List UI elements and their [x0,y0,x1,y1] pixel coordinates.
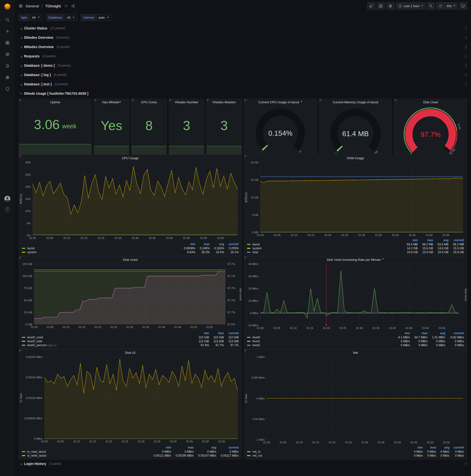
legend-col-max[interactable]: max [172,446,194,450]
legend-col-min[interactable]: min [393,331,410,335]
panel-info-icon[interactable]: i [244,155,248,159]
legend-col-min[interactable]: min [149,446,171,450]
cycle-view-button[interactable] [459,2,467,10]
legend-col-current[interactable]: current [450,446,464,450]
legend-col-max[interactable]: max [209,331,224,335]
series-name[interactable]: level2 [252,343,260,347]
panel-info-icon[interactable]: i [19,155,23,159]
series-name[interactable]: taosd [252,243,260,246]
panel-info-icon[interactable]: i [206,99,210,103]
alerting-bell-icon[interactable] [5,63,10,68]
legend-col-current[interactable]: current [449,238,464,242]
configuration-gear-icon[interactable] [5,75,10,80]
panel-title[interactable]: Has MNode? [94,99,129,104]
refresh-interval-picker[interactable]: 30s [444,2,457,10]
drag-handle-icon[interactable] [465,73,467,77]
series-name[interactable]: io_write_taosd [27,454,46,457]
zoom-out-button[interactable] [427,2,435,10]
panel-info-icon[interactable]: i [19,99,23,103]
dashboards-icon[interactable] [5,40,10,45]
cpu-chart[interactable]: 30%25%20%15%10%5%0%01:0001:0501:1001:150… [19,160,242,242]
legend-col-avg[interactable]: avg [194,446,217,450]
legend-col-current[interactable]: current [446,331,464,335]
dashboard-row-cluster-status[interactable]: ›Cluster Status(21 panels) [19,24,467,32]
series-name[interactable]: system [27,251,36,254]
panel-info-icon[interactable]: i [394,99,398,103]
dashboard-row-database-log[interactable]: ›Database: [ log ](5 panels) [19,71,467,79]
dashboard-row-dnodes-overview[interactable]: ›DNodes Overview(4 panels) [19,33,467,42]
panel-title[interactable]: Uptime [19,99,91,104]
panel-title[interactable]: CPU Cores [132,99,167,104]
panel-info-icon[interactable]: i [244,349,248,353]
add-panel-button[interactable] [367,2,375,10]
legend-col-min[interactable]: min [410,446,423,450]
disk_used-chart[interactable]: 125 GiB97.7%100 GiB97.7%75 GiB97.7%50 Gi… [19,262,242,331]
dashboard-settings-button[interactable] [386,2,394,10]
drag-handle-icon[interactable] [465,83,467,86]
series-name[interactable]: level0 [252,336,260,339]
help-icon[interactable]: ? [5,207,10,212]
legend-col-max[interactable]: max [423,446,437,450]
disk_rate-chart[interactable]: 40 MB/s30 MB/s20 MB/s10 MB/s0 MB/s-10 MB… [244,262,467,331]
panel-info-icon[interactable]: i [169,99,173,103]
legend-col-max[interactable]: max [196,242,210,246]
dashboard-row-database-demo[interactable]: ›Database: [ demo ](5 panels) [19,61,467,70]
panel-info-icon[interactable]: i [132,99,135,103]
variable-value-dropdown[interactable]: All [64,14,77,21]
panel-title[interactable]: Current CPU Usage of taosd [244,99,317,104]
dashboard-row-login-history[interactable]: › Login History (1 panel) [19,459,467,468]
panel-title[interactable]: VNodes Number [169,99,204,104]
legend-col-avg[interactable]: avg [434,238,449,242]
series-name[interactable]: level0_total [27,340,42,343]
save-dashboard-button[interactable] [377,2,385,10]
dashboard-row-requests[interactable]: ›Requests(4 panels) [19,52,467,60]
drag-handle-icon[interactable] [465,462,467,466]
variable-value-dropdown[interactable]: auto [96,14,111,21]
series-name[interactable]: io_read_taosd [27,450,46,453]
drag-handle-icon[interactable] [465,27,467,30]
panel-title[interactable]: Current Memory Usage of taosd [319,99,392,104]
panel-info-icon[interactable]: i [19,349,23,353]
panel-info-icon[interactable]: i [244,256,248,260]
dashboard-row-mnodes-overview[interactable]: ›MNodes Overview(2 panels) [19,43,467,51]
legend-col-avg[interactable]: avg [210,242,225,246]
breadcrumb-page[interactable]: TDinsight [45,4,61,8]
legend-col-current[interactable]: current [224,331,239,335]
legend-col-avg[interactable]: avg [437,446,450,450]
legend-col-min[interactable]: min [403,238,418,242]
panel-info-icon[interactable]: i [94,99,98,103]
drag-handle-icon[interactable] [465,36,467,39]
series-name[interactable]: level0_used [27,336,43,339]
avatar[interactable] [4,196,10,202]
series-name[interactable]: net_in [252,450,261,453]
drag-handle-icon[interactable] [465,45,467,49]
series-name[interactable]: system [252,247,262,250]
legend-col-max[interactable]: max [410,331,428,335]
panel-title[interactable]: Disk IO [19,349,242,355]
legend-col-min[interactable]: min [180,242,196,246]
panel-title[interactable]: Net [244,349,467,355]
legend-col-min[interactable]: min [195,331,209,335]
panel-title[interactable]: Disk Used [19,256,242,262]
time-range-picker[interactable]: Last 1 hour [396,2,425,10]
drag-handle-icon[interactable] [465,54,467,58]
series-name[interactable]: total [252,251,258,254]
series-name[interactable]: taosd [27,247,34,250]
breadcrumb-section[interactable]: General [26,4,39,8]
dashboard-row-dnode-usage[interactable]: › DNode Usage [ huolinhe-TM1701:6030 ] [19,89,467,98]
dashboard-grid-icon[interactable] [18,3,23,8]
explore-compass-icon[interactable] [5,52,10,57]
panel-info-icon[interactable]: i [244,99,248,103]
disk_io-chart[interactable]: 0.00200 MB/s0.00150 MB/s0.00100 MB/s0.00… [19,355,242,446]
legend-col-avg[interactable]: avg [428,331,446,335]
series-name[interactable]: level1 [252,340,260,343]
server-admin-shield-icon[interactable] [5,86,10,91]
panel-title[interactable]: Disk Used Increasing Rate per Minute [244,256,467,262]
panel-info-icon[interactable]: i [319,99,323,103]
dashboard-row-database-test[interactable]: ›Database: [ test ](5 panels) [19,80,467,88]
create-add-icon[interactable] [5,29,10,34]
variable-value-dropdown[interactable]: All [30,14,42,21]
panel-title[interactable]: VNodes Masters [206,99,242,104]
legend-col-max[interactable]: max [418,238,434,242]
series-name[interactable]: level0_percent [27,343,46,347]
